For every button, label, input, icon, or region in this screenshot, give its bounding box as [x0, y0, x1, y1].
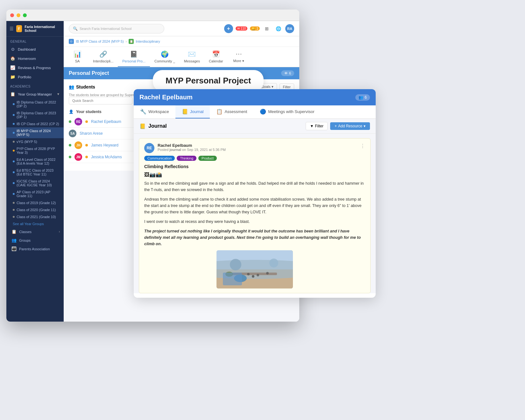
sidebar-item-year-group-manager[interactable]: 📋 Year Group Manager ▼	[6, 89, 64, 99]
maximize-button[interactable]	[23, 13, 27, 17]
journal-card-student-name: Rachel Epelbaum	[139, 94, 193, 101]
dot-vyg	[13, 141, 15, 143]
student-link-rachel[interactable]: Rachel Epelbaum	[91, 119, 121, 124]
breadcrumb-link-interdisciplinary[interactable]: Interdisciplinary	[136, 39, 160, 43]
tab-calendar[interactable]: 📅 Calendar	[204, 47, 228, 67]
tab-journal[interactable]: 📒 Journal	[175, 105, 210, 118]
add-resource-button[interactable]: + Add Resource ▾	[330, 122, 370, 130]
sidebar-item-reviews[interactable]: 📈 Reviews & Progress	[6, 63, 64, 72]
tab-community-icon: 🌍	[161, 50, 169, 58]
post-menu-icon[interactable]: ⋮	[360, 143, 365, 149]
chevron-icon: ▾	[364, 124, 365, 128]
sidebar-item-portfolio[interactable]: 📁 Portfolio	[6, 72, 64, 82]
sidebar-item-groups[interactable]: 👥 Groups	[6, 236, 64, 245]
post-type: journal	[169, 148, 181, 152]
classes-icon: 📋	[11, 229, 17, 234]
email-badge[interactable]: ✉ 110	[236, 26, 248, 31]
tab-community[interactable]: 🌍 Community _	[150, 47, 180, 67]
year-group-igcse[interactable]: IGCSE Class of 2024 (CAIE IGCSE Year 10)	[6, 178, 64, 189]
year-group-ap11[interactable]: AP Class of 2023 (AP Grade 11)	[6, 189, 64, 199]
tab-personal-project[interactable]: 📓 Personal Pro...	[118, 47, 150, 67]
sidebar-item-reviews-label: Reviews & Progress	[18, 66, 51, 70]
minimize-button[interactable]	[17, 13, 20, 17]
sidebar-item-parents[interactable]: 👨‍👩‍👧 Parents Association	[6, 245, 64, 253]
breadcrumb-icon2: 📋	[129, 39, 134, 44]
year-group-btec[interactable]: Ed BTEC Class of 2023 (Ed BTEC Year 11)	[6, 167, 64, 178]
svg-point-7	[247, 273, 250, 275]
tab-workspace[interactable]: 🔧 Workspace	[134, 105, 175, 118]
see-all-year-groups[interactable]: See all Year Groups	[6, 220, 64, 227]
year-group-vyg[interactable]: vYG (MYP 5)	[6, 138, 64, 145]
meetings-tab-icon: 🔵	[260, 109, 266, 115]
add-button[interactable]: +	[224, 24, 233, 33]
quick-search-input[interactable]	[69, 97, 132, 104]
sidebar-item-dashboard-label: Dashboard	[18, 47, 36, 51]
close-button[interactable]	[10, 13, 14, 17]
sidebar-item-classes[interactable]: 📋 Classes ›	[6, 227, 64, 236]
school-name: Faria International School	[25, 25, 60, 32]
tag-communication: Communication	[144, 156, 175, 161]
post-avatar: RE	[144, 143, 154, 153]
post-header: RE Rachel Epelbaum Posted journal on Sep…	[144, 143, 365, 153]
tab-interdisciplinary[interactable]: 🔗 Interdiscipli...	[89, 47, 118, 67]
student-link-sharon[interactable]: Sharon Arese	[80, 131, 103, 136]
year-group-dp1-label: IB Diploma Class of 2023 (DP 1)	[17, 111, 60, 119]
student-link-jessica[interactable]: Jessica McAdams	[91, 155, 122, 159]
pp-view-badge: 👁 6	[281, 70, 294, 76]
filter-label: Filter	[315, 124, 323, 128]
post-meta: Rachel Epelbaum Posted journal on Sep 19…	[158, 143, 226, 152]
journal-post: RE Rachel Epelbaum Posted journal on Sep…	[139, 138, 371, 293]
workspace-tab-icon: 🔧	[140, 109, 146, 115]
post-date: on Sep 19, 2021 at 5:36 PM	[182, 148, 226, 152]
orange-dot-jessica	[85, 156, 88, 158]
post-image	[216, 250, 293, 288]
tab-assessment[interactable]: 📋 Assessment	[210, 105, 253, 118]
year-group-vyg-label: vYG (MYP 5)	[17, 140, 37, 144]
grid-icon[interactable]: ⊞	[262, 24, 271, 33]
tab-more[interactable]: ⋯ More ▾	[228, 47, 250, 67]
parents-label: Parents Association	[19, 247, 50, 251]
year-group-2020[interactable]: Class of 2020 (Grade 11)	[6, 206, 64, 213]
orange-dot-james	[85, 144, 88, 146]
year-group-pyp3[interactable]: PYP Class of 2028 (PYP Year 3)	[6, 145, 64, 156]
journal-card: Rachel Epelbaum 👥 6 🔧 Workspace 📒 Journa…	[134, 89, 376, 298]
search-placeholder-text: Search Faria International School	[80, 27, 131, 31]
year-group-manager-label: Year Group Manager	[18, 92, 52, 96]
student-link-james[interactable]: James Heyward	[91, 143, 118, 147]
chevron-down-icon: ▼	[57, 92, 60, 96]
notif-badge[interactable]: 🔔 1	[250, 26, 260, 31]
plus-icon: +	[335, 124, 337, 128]
year-group-igcse-label: IGCSE Class of 2024 (CAIE IGCSE Year 10)	[17, 179, 60, 187]
tab-calendar-icon: 📅	[212, 50, 220, 58]
year-group-myp5-label: IB MYP Class of 2024 (MYP 5)	[17, 129, 60, 137]
classes-label: Classes	[19, 230, 32, 234]
year-group-2021[interactable]: Class of 2021 (Grade 10)	[6, 213, 64, 220]
reviews-icon: 📈	[10, 65, 15, 70]
tab-more-icon: ⋯	[236, 50, 242, 58]
journal-filter-button[interactable]: ▼ Filter	[306, 122, 328, 130]
search-bar[interactable]: 🔍 Search Faria International School	[69, 24, 164, 33]
tab-community-label: Community _	[154, 59, 175, 63]
tab-sa[interactable]: 📊 SA	[66, 47, 89, 67]
breadcrumb-link-year-group[interactable]: IB MYP Class of 2024 (MYP 5)	[76, 39, 124, 43]
year-group-myp5[interactable]: IB MYP Class of 2024 (MYP 5)	[6, 127, 64, 138]
sidebar-item-homeroom[interactable]: 🏠 Homeroom	[6, 54, 64, 63]
year-group-edA[interactable]: Ed A Level Class of 2022 (Ed A-levels Ye…	[6, 156, 64, 167]
tab-meetings[interactable]: 🔵 Meetings with Supervisor	[253, 105, 321, 118]
svg-point-6	[225, 272, 233, 277]
year-group-2019[interactable]: Class of 2019 (Grade 12)	[6, 199, 64, 206]
supervisor-icon: 👤	[69, 110, 74, 114]
email-icon: ✉	[237, 27, 240, 30]
dot-cp2	[13, 123, 15, 125]
year-group-cp2[interactable]: IB CP Class of 2022 (CP 2)	[6, 120, 64, 127]
year-group-dp1[interactable]: IB Diploma Class of 2023 (DP 1)	[6, 110, 64, 120]
globe-icon[interactable]: 🌐	[274, 24, 283, 33]
year-group-dp2[interactable]: IB Diploma Class of 2022 (DP 2)	[6, 99, 64, 110]
avatar[interactable]: RA	[285, 24, 294, 33]
dot-igcse	[13, 182, 15, 184]
tab-messages[interactable]: ✉️ Messages	[180, 47, 204, 67]
sidebar-item-dashboard[interactable]: ⊙ Dashboard	[6, 45, 64, 54]
students-title: 👥 Students	[69, 84, 95, 89]
post-author-name: Rachel Epelbaum	[158, 143, 226, 148]
hamburger-icon[interactable]: ☰	[10, 26, 14, 31]
